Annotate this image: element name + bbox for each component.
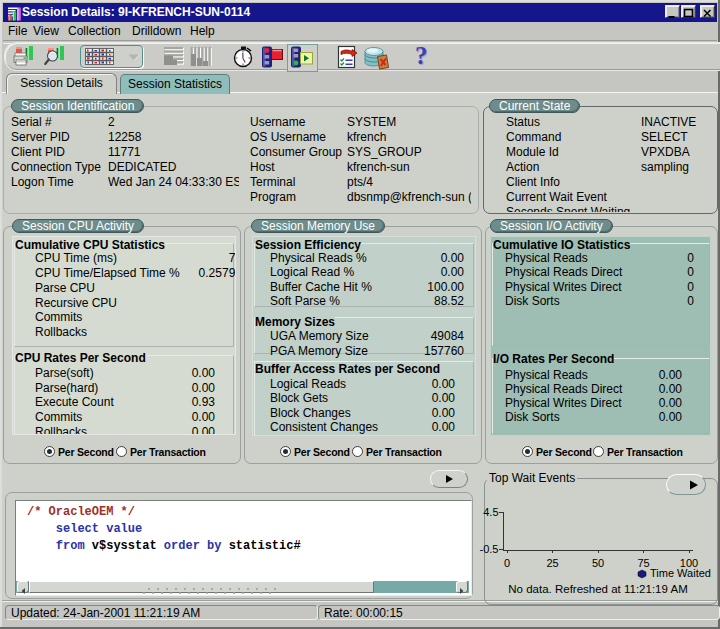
svg-text:-0.5: -0.5 (480, 543, 499, 555)
svg-text:4.5: 4.5 (483, 506, 498, 518)
